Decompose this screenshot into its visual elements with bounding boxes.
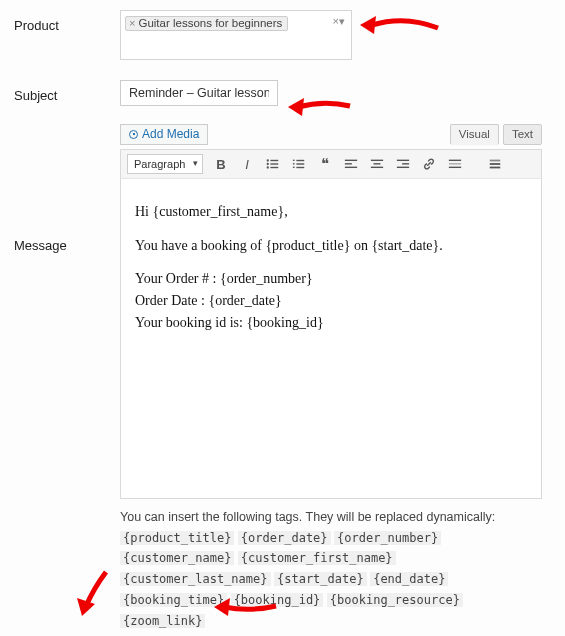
tags-help: You can insert the following tags. They … bbox=[120, 507, 542, 632]
tab-text[interactable]: Text bbox=[503, 124, 542, 145]
svg-rect-13 bbox=[345, 163, 352, 164]
remove-tag-icon[interactable]: × bbox=[129, 17, 135, 29]
svg-rect-20 bbox=[397, 167, 409, 168]
svg-rect-5 bbox=[270, 167, 278, 168]
product-select[interactable]: × Guitar lessons for beginners ×▾ bbox=[120, 10, 352, 60]
svg-rect-25 bbox=[490, 163, 501, 165]
svg-rect-17 bbox=[371, 167, 383, 168]
tag-customer-first-name: {customer_first_name} bbox=[238, 551, 396, 565]
svg-rect-1 bbox=[270, 160, 278, 161]
align-right-button[interactable] bbox=[395, 156, 411, 172]
svg-rect-14 bbox=[345, 167, 357, 168]
editor-toolbar: Paragraph B I ❝ bbox=[120, 149, 542, 179]
svg-point-2 bbox=[267, 163, 269, 165]
svg-rect-16 bbox=[374, 163, 381, 164]
tag-zoom-link: {zoom_link} bbox=[120, 614, 205, 628]
subject-field bbox=[120, 80, 551, 106]
blockquote-button[interactable]: ❝ bbox=[317, 156, 333, 172]
subject-input[interactable] bbox=[120, 80, 278, 106]
svg-rect-3 bbox=[270, 163, 278, 164]
svg-rect-21 bbox=[449, 160, 461, 161]
insert-more-button[interactable] bbox=[447, 156, 463, 172]
tab-visual[interactable]: Visual bbox=[450, 124, 499, 145]
svg-rect-10 bbox=[293, 167, 295, 168]
svg-rect-8 bbox=[293, 163, 295, 164]
svg-point-0 bbox=[267, 159, 269, 161]
svg-rect-19 bbox=[402, 163, 409, 164]
svg-point-4 bbox=[267, 166, 269, 168]
svg-rect-23 bbox=[449, 167, 461, 168]
tag-start-date: {start_date} bbox=[274, 572, 367, 586]
tag-booking-resource: {booking_resource} bbox=[327, 593, 463, 607]
tag-end-date: {end_date} bbox=[370, 572, 448, 586]
editor-p2: You have a booking of {product_title} on… bbox=[135, 235, 527, 257]
product-field: × Guitar lessons for beginners ×▾ bbox=[120, 10, 551, 60]
svg-rect-24 bbox=[490, 160, 501, 162]
tag-customer-last-name: {customer_last_name} bbox=[120, 572, 271, 586]
media-row: Add Media Visual Text bbox=[120, 124, 542, 145]
svg-rect-11 bbox=[296, 167, 304, 168]
subject-row: Subject bbox=[14, 80, 551, 106]
subject-label: Subject bbox=[14, 80, 120, 103]
svg-rect-18 bbox=[397, 160, 409, 161]
product-tag-label: Guitar lessons for beginners bbox=[138, 17, 282, 29]
tag-order-number: {order_number} bbox=[334, 531, 441, 545]
svg-rect-7 bbox=[296, 160, 304, 161]
bold-button[interactable]: B bbox=[213, 156, 229, 172]
tag-booking-id: {booking_id} bbox=[231, 593, 324, 607]
link-button[interactable] bbox=[421, 156, 437, 172]
product-label: Product bbox=[14, 10, 120, 33]
svg-rect-9 bbox=[296, 163, 304, 164]
bullet-list-button[interactable] bbox=[265, 156, 281, 172]
toolbar-toggle-button[interactable] bbox=[487, 156, 503, 172]
tag-customer-name: {customer_name} bbox=[120, 551, 234, 565]
editor-col: Add Media Visual Text Paragraph B I ❝ bbox=[120, 124, 551, 632]
add-media-label: Add Media bbox=[142, 127, 199, 141]
product-tag[interactable]: × Guitar lessons for beginners bbox=[125, 16, 288, 31]
svg-rect-6 bbox=[293, 160, 295, 161]
tag-booking-time: {booking_time} bbox=[120, 593, 227, 607]
align-left-button[interactable] bbox=[343, 156, 359, 172]
product-clear-toggle[interactable]: ×▾ bbox=[333, 15, 345, 28]
editor-wrap: Add Media Visual Text Paragraph B I ❝ bbox=[120, 124, 542, 632]
paragraph-select[interactable]: Paragraph bbox=[127, 154, 203, 174]
product-row: Product × Guitar lessons for beginners ×… bbox=[14, 10, 551, 60]
message-label: Message bbox=[14, 238, 120, 253]
numbered-list-button[interactable] bbox=[291, 156, 307, 172]
editor-body[interactable]: Hi {customer_first_name}, You have a boo… bbox=[120, 179, 542, 499]
svg-rect-26 bbox=[490, 167, 501, 169]
italic-button[interactable]: I bbox=[239, 156, 255, 172]
editor-p1: Hi {customer_first_name}, bbox=[135, 201, 527, 223]
media-icon bbox=[129, 130, 138, 139]
mode-tabs: Visual Text bbox=[446, 124, 542, 145]
editor-p3: Your Order # : {order_number} Order Date… bbox=[135, 268, 527, 333]
add-media-button[interactable]: Add Media bbox=[120, 124, 208, 145]
tag-product-title: {product_title} bbox=[120, 531, 234, 545]
svg-rect-22 bbox=[449, 163, 461, 164]
editor-row: Message Add Media Visual Text Paragraph bbox=[14, 124, 551, 632]
tag-order-date: {order_date} bbox=[238, 531, 331, 545]
svg-rect-12 bbox=[345, 160, 357, 161]
align-center-button[interactable] bbox=[369, 156, 385, 172]
svg-rect-15 bbox=[371, 160, 383, 161]
